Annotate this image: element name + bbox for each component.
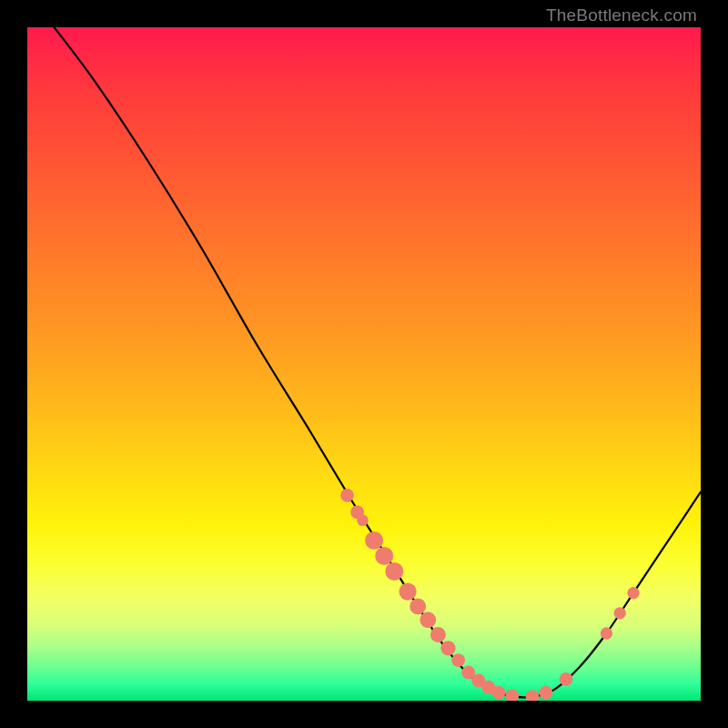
curve-marker	[365, 531, 383, 550]
curve-marker	[560, 672, 573, 686]
chart-frame: TheBottleneck.com	[0, 0, 728, 728]
curve-marker	[601, 627, 612, 639]
plot-area	[27, 27, 701, 701]
watermark-text: TheBottleneck.com	[546, 5, 697, 25]
curve-marker	[410, 599, 426, 615]
curve-markers	[340, 489, 640, 701]
curve-marker	[340, 489, 354, 502]
bottleneck-curve	[55, 27, 701, 697]
curve-marker	[440, 641, 455, 655]
curve-marker	[420, 612, 436, 628]
curve-marker	[385, 562, 403, 581]
curve-marker	[627, 587, 639, 599]
curve-svg	[27, 27, 701, 701]
curve-marker	[399, 583, 416, 601]
curve-marker	[526, 690, 540, 701]
curve-marker	[357, 514, 369, 526]
curve-marker	[492, 686, 506, 700]
curve-marker	[375, 547, 393, 565]
curve-marker	[505, 689, 519, 701]
curve-marker	[430, 627, 446, 642]
curve-marker	[539, 686, 552, 700]
curve-marker	[451, 653, 465, 667]
curve-marker	[614, 607, 626, 619]
